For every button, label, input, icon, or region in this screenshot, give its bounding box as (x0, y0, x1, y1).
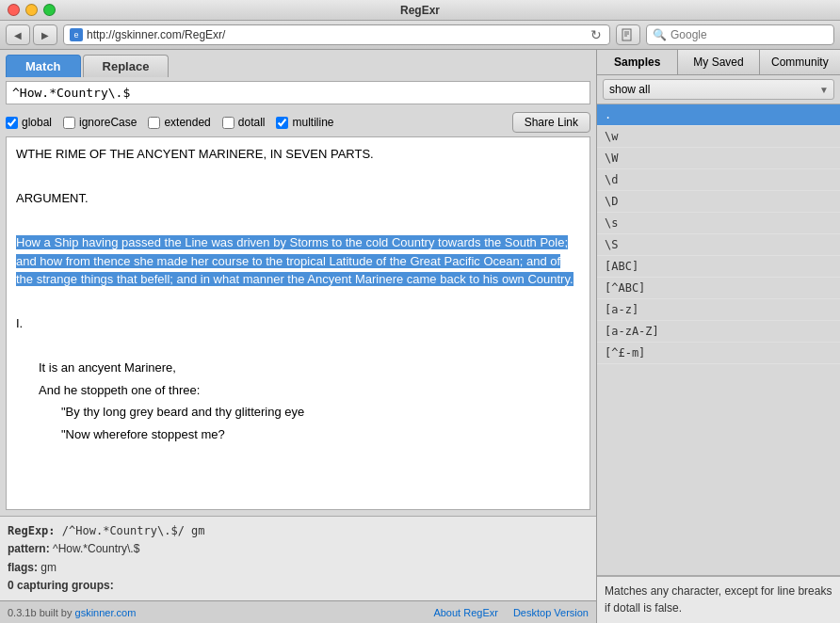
groups-label: 0 capturing groups: (8, 579, 114, 592)
sample-item[interactable]: \W (597, 148, 840, 169)
back-button[interactable]: ◀ (6, 24, 30, 45)
sample-item[interactable]: [^£-m] (597, 343, 840, 364)
text-it4: "Now wherefore stoppest me? (16, 425, 580, 444)
tab-bar: Match Replace (0, 50, 596, 77)
flags-display: flags: gm (8, 559, 589, 577)
global-checkbox[interactable] (6, 117, 18, 129)
status-bar: RegExp: /^How.*Country\.$/ gm pattern: ^… (0, 516, 596, 600)
regex-input-area (0, 77, 596, 108)
sample-item[interactable]: [^ABC] (597, 278, 840, 299)
tab-match[interactable]: Match (6, 55, 81, 77)
sample-item[interactable]: \S (597, 234, 840, 256)
minimize-button[interactable] (25, 4, 38, 16)
forward-button[interactable]: ▶ (33, 24, 57, 45)
search-input[interactable] (670, 28, 828, 41)
close-button[interactable] (8, 4, 20, 16)
extended-label: extended (164, 116, 210, 129)
sample-item[interactable]: \D (597, 191, 840, 213)
footer-author-link[interactable]: gskinner.com (75, 607, 137, 618)
svg-rect-0 (622, 29, 631, 40)
footer-version: 0.3.1b built by (8, 607, 73, 618)
multiline-checkbox[interactable] (276, 117, 288, 129)
text-highlighted: How a Ship having passed the Line was dr… (16, 233, 580, 289)
option-extended[interactable]: extended (148, 116, 210, 129)
sample-item[interactable]: [ABC] (597, 256, 840, 278)
options-bar: global ignoreCase extended dotall multil… (0, 108, 596, 136)
footer-links: About RegExr Desktop Version (433, 607, 589, 618)
url-input[interactable] (87, 28, 585, 41)
url-bar: e ↻ (63, 24, 610, 45)
regexp-label: RegExp: (8, 524, 56, 537)
tab-samples[interactable]: Samples (597, 50, 678, 74)
window-controls[interactable] (8, 4, 56, 16)
sample-item[interactable]: . (597, 104, 840, 126)
samples-list[interactable]: .\w\W\d\D\s\S[ABC][^ABC][a-z][a-zA-Z][^£… (597, 104, 840, 576)
option-multiline[interactable]: multiline (276, 116, 333, 129)
text-it1: It is an ancyent Marinere, (16, 359, 580, 377)
browser-icon: e (70, 28, 83, 41)
filter-area: show all anchors quantifiers character c… (597, 75, 840, 104)
text-it2: And he stoppeth one of three: (16, 381, 580, 400)
text-line-blank2 (16, 212, 580, 231)
text-line-blank3 (16, 293, 580, 312)
regexp-value: /^How.*Country\.$/ gm (62, 524, 205, 537)
window-title: RegExr (400, 4, 440, 17)
text-line-i: I. (16, 314, 580, 333)
ignorecase-label: ignoreCase (79, 116, 137, 129)
dotall-checkbox[interactable] (222, 117, 234, 129)
text-line-1: WTHE RIME OF THE ANCYENT MARINERE, IN SE… (16, 145, 580, 164)
sample-item[interactable]: \s (597, 213, 840, 234)
left-panel: Match Replace global ignoreCase extended (0, 50, 597, 623)
sample-item[interactable]: \d (597, 169, 840, 191)
sample-item[interactable]: [a-z] (597, 299, 840, 321)
about-regexr-link[interactable]: About RegExr (433, 607, 497, 618)
text-it3: "By thy long grey beard and thy glitteri… (16, 403, 580, 422)
footer: 0.3.1b built by gskinner.com About RegEx… (0, 600, 596, 623)
pattern-display: pattern: ^How.*Country\.$ (8, 540, 589, 558)
tab-mysaved[interactable]: My Saved (678, 50, 759, 74)
text-line-3: ARGUMENT. (16, 189, 580, 208)
flags-value: gm (40, 561, 57, 574)
right-panel: Samples My Saved Community show all anch… (597, 50, 840, 623)
desktop-version-link[interactable]: Desktop Version (513, 607, 589, 618)
flags-label: flags: (8, 561, 38, 574)
text-line-blank1 (16, 168, 580, 186)
description-area: Matches any character, except for line b… (597, 576, 840, 623)
text-line-blank4 (16, 337, 580, 356)
regex-input[interactable] (6, 81, 590, 104)
option-global[interactable]: global (6, 116, 52, 129)
main-container: Match Replace global ignoreCase extended (0, 50, 840, 623)
dotall-label: dotall (238, 116, 266, 129)
pattern-value: ^How.*Country\.$ (53, 542, 139, 555)
maximize-button[interactable] (43, 4, 56, 16)
share-link-button[interactable]: Share Link (512, 112, 590, 133)
filter-select[interactable]: show all anchors quantifiers character c… (603, 79, 834, 100)
nav-buttons[interactable]: ◀ ▶ (6, 24, 57, 45)
groups-display: 0 capturing groups: (8, 577, 589, 595)
right-tab-bar: Samples My Saved Community (597, 50, 840, 75)
highlighted-text: How a Ship having passed the Line was dr… (16, 235, 573, 286)
regexp-display: RegExp: /^How.*Country\.$/ gm (8, 522, 589, 540)
search-bar: 🔍 (646, 24, 834, 45)
multiline-label: multiline (292, 116, 333, 129)
search-icon: 🔍 (653, 28, 667, 41)
title-bar: RegExr (0, 0, 840, 21)
text-content-area[interactable]: WTHE RIME OF THE ANCYENT MARINERE, IN SE… (6, 136, 590, 510)
tab-community[interactable]: Community (760, 50, 840, 74)
sample-item[interactable]: [a-zA-Z] (597, 321, 840, 343)
sample-item[interactable]: \w (597, 126, 840, 148)
filter-wrapper: show all anchors quantifiers character c… (603, 79, 834, 100)
pattern-label: pattern: (8, 542, 50, 555)
option-ignorecase[interactable]: ignoreCase (63, 116, 137, 129)
page-icon[interactable] (616, 24, 640, 45)
ignorecase-checkbox[interactable] (63, 117, 75, 129)
reload-button[interactable]: ↻ (589, 27, 604, 42)
browser-chrome: ◀ ▶ e ↻ 🔍 (0, 21, 840, 50)
global-label: global (22, 116, 52, 129)
tab-replace[interactable]: Replace (83, 55, 170, 77)
option-dotall[interactable]: dotall (222, 116, 266, 129)
extended-checkbox[interactable] (148, 117, 160, 129)
